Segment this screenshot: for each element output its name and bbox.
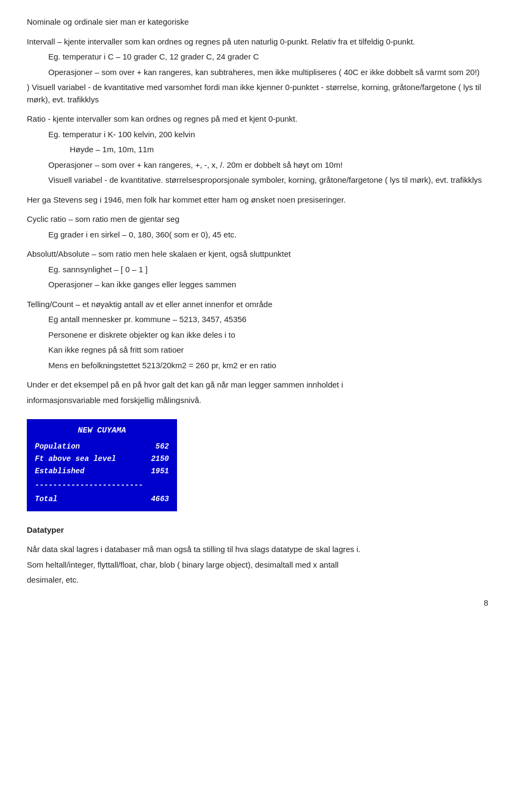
table-value-total: 4663 [137, 494, 169, 505]
para10-1: Når data skal lagres i databaser må man … [27, 543, 488, 556]
para8-2: Personene er diskrete objekter og kan ik… [48, 329, 488, 341]
table-label-population: Population [35, 441, 137, 452]
table-title: NEW CUYAMA [35, 425, 169, 437]
para1-text: Intervall – kjente intervaller som kan o… [27, 36, 488, 48]
para9-1: Under er det eksempel på en på hvor galt… [27, 379, 488, 391]
para4-start: Eg. temperatur i K- 100 kelvin, 200 kelv… [48, 129, 488, 141]
cuyama-table: NEW CUYAMA Population 562 Ft above sea l… [27, 419, 177, 511]
section-datatyper-body: Når data skal lagres i databaser må man … [27, 543, 488, 586]
heading5-text: Telling/Count – et nøyaktig antall av et… [27, 299, 488, 311]
table-value-ft: 2150 [137, 453, 169, 465]
para8-4: Mens en befolkningstettet 5213/20km2 = 2… [48, 360, 488, 372]
table-label-total: Total [35, 494, 137, 505]
para4-indent2: Operasjoner – som over + kan rangeres, +… [48, 159, 488, 172]
section-cyclic: Cyclic ratio – som ratio men de gjentar … [27, 213, 488, 241]
para3-text: ) Visuell variabel - de kvantitative med… [27, 81, 488, 106]
para4-indent1: Høyde – 1m, 10m, 11m [70, 144, 488, 156]
heading4-text: Absolutt/Absolute – som ratio men hele s… [27, 248, 488, 260]
heading2-text: Ratio - kjente intervaller som kan ordne… [27, 113, 488, 125]
table-label-established: Established [35, 466, 137, 477]
para2-start: Eg. temperatur i C – 10 grader C, 12 gra… [48, 51, 488, 63]
para10-2: Som heltall/integer, flyttall/float, cha… [27, 559, 488, 571]
para7-1: Eg. sannsynlighet – [ 0 – 1 ] [48, 264, 488, 276]
section-stevens: Her ga Stevens seg i 1946, men folk har … [27, 194, 488, 206]
para8-3: Kan ikke regnes på så fritt som ratioer [48, 344, 488, 356]
table-row-ft: Ft above sea level 2150 [35, 453, 169, 465]
heading6-text: Datatyper [27, 524, 488, 537]
para8-1: Eg antall mennesker pr. kommune – 5213, … [48, 314, 488, 326]
section-heading1: Nominale og ordinale sier man er kategor… [27, 16, 488, 28]
table-value-established: 1951 [137, 466, 169, 477]
para5-text: Her ga Stevens seg i 1946, men folk har … [27, 194, 488, 206]
para4-indent3: Visuell variabel - de kvantitative. stør… [48, 174, 488, 187]
page-content: Nominale og ordinale sier man er kategor… [27, 16, 488, 609]
para2-indent: Operasjoner – som over + kan rangeres, k… [48, 66, 488, 79]
heading1-text: Nominale og ordinale sier man er kategor… [27, 16, 488, 28]
para7-2: Operasjoner – kan ikke ganges eller legg… [48, 279, 488, 291]
table-value-population: 562 [137, 441, 169, 452]
table-divider: ------------------------ [35, 480, 169, 491]
page-number: 8 [27, 597, 488, 609]
section-absolutt: Absolutt/Absolute – som ratio men hele s… [27, 248, 488, 291]
section-ratio: Ratio - kjente intervaller som kan ordne… [27, 113, 488, 187]
table-row-total: Total 4663 [35, 493, 169, 505]
table-row-established: Established 1951 [35, 465, 169, 478]
para6-text: Eg grader i en sirkel – 0, 180, 360( som… [48, 229, 488, 241]
section-example-intro: Under er det eksempel på en på hvor galt… [27, 379, 488, 406]
section-table: NEW CUYAMA Population 562 Ft above sea l… [27, 414, 488, 517]
table-row-population: Population 562 [35, 441, 169, 453]
para9-2: informasjonsvariable med forskjellig mål… [27, 394, 488, 407]
section-datatyper: Datatyper [27, 524, 488, 537]
heading3-text: Cyclic ratio – som ratio men de gjentar … [27, 213, 488, 226]
section-telling: Telling/Count – et nøyaktig antall av et… [27, 299, 488, 372]
para10-3: desimaler, etc. [27, 574, 488, 586]
section-intervall: Intervall – kjente intervaller som kan o… [27, 36, 488, 106]
table-label-ft: Ft above sea level [35, 453, 137, 465]
